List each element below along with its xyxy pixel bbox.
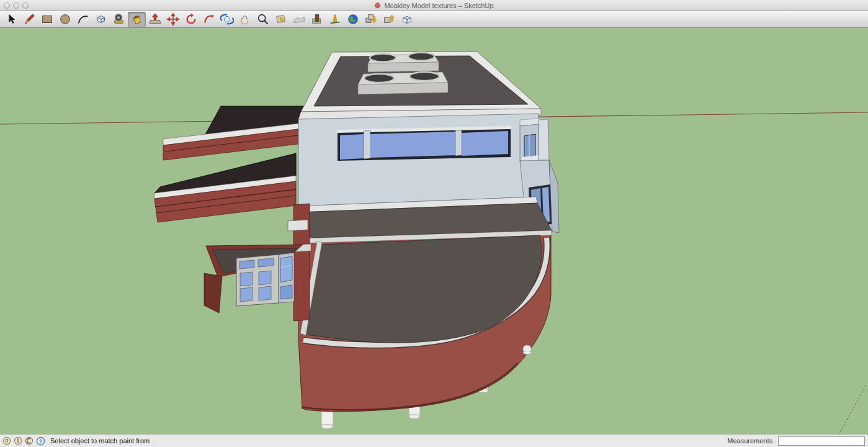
column-4 [523, 345, 531, 354]
offset-tool-button[interactable] [200, 12, 218, 27]
zoom-tool-button[interactable] [254, 12, 272, 27]
add-location-icon [274, 12, 288, 26]
pan-tool-button[interactable] [236, 12, 254, 27]
tape-measure-tool-button[interactable] [110, 12, 128, 27]
hvac-unit-rear [368, 53, 439, 73]
zoom-button[interactable] [22, 2, 29, 9]
rotate-icon [184, 12, 198, 26]
google-earth-tool-button[interactable] [344, 12, 362, 27]
green-axis-dashed-line [839, 384, 867, 434]
terrain-icon [292, 12, 306, 26]
window-title-wrap: Moakley Model textures – SketchUp [374, 2, 493, 9]
rectangle-tool-button[interactable] [38, 12, 56, 27]
share-component-icon [400, 12, 414, 26]
photo-textures-icon [310, 12, 324, 26]
measurements-label: Measurements [727, 437, 772, 445]
tape-measure-icon [112, 12, 126, 26]
google-earth-globe-icon [346, 12, 360, 26]
help-icon[interactable]: ? [36, 436, 45, 446]
share-model-tool-button[interactable] [380, 12, 398, 27]
rotate-tool-button[interactable] [182, 12, 200, 27]
status-message: Select object to match paint from [50, 437, 150, 445]
pan-hand-icon [238, 12, 252, 26]
measurements-input[interactable] [778, 436, 865, 446]
traffic-lights [4, 2, 29, 9]
move-icon [166, 12, 180, 26]
hvac-unit-front [358, 72, 448, 94]
offset-icon [202, 12, 216, 26]
title-bar: Moakley Model textures – SketchUp [0, 0, 868, 11]
arc-tool-button[interactable] [74, 12, 92, 27]
paint-bucket-icon [130, 12, 144, 26]
add-location-tool-button[interactable] [272, 12, 290, 27]
model-rear-brick-wing [154, 106, 303, 222]
make-component-tool-button[interactable] [92, 12, 110, 27]
line-tool-button[interactable] [20, 12, 38, 27]
select-tool-button[interactable] [2, 12, 20, 27]
component-cube-icon [94, 12, 108, 26]
minimize-button[interactable] [13, 2, 19, 9]
magnifier-icon [256, 12, 270, 26]
rectangle-icon [40, 12, 54, 26]
window-band [337, 126, 511, 161]
sketchup-model-canvas[interactable] [0, 28, 868, 434]
vestibule-side-wall [204, 273, 222, 313]
share-model-icon [382, 12, 396, 26]
sketchup-document-icon [374, 2, 381, 9]
share-component-tool-button[interactable] [398, 12, 416, 27]
arc-icon [76, 12, 90, 26]
get-models-icon [364, 12, 378, 26]
position-camera-tool-button[interactable] [326, 12, 344, 27]
info-status-icon[interactable] [14, 436, 22, 445]
paint-bucket-tool-button[interactable] [128, 12, 146, 27]
model-entrance-vestibule [204, 204, 311, 321]
entry-glass-doors [236, 255, 279, 306]
orbit-tool-button[interactable] [218, 12, 236, 27]
push-pull-tool-button[interactable] [146, 12, 164, 27]
orbit-icon [220, 12, 234, 26]
circle-icon [58, 12, 72, 26]
model-top-roof [301, 52, 541, 112]
status-bar: ? Select object to match paint from Meas… [0, 434, 868, 447]
pencil-icon [22, 12, 36, 26]
circle-tool-button[interactable] [56, 12, 74, 27]
get-models-tool-button[interactable] [362, 12, 380, 27]
geo-status-icon[interactable] [2, 436, 11, 445]
select-arrow-icon [4, 12, 18, 26]
close-button[interactable] [4, 2, 10, 9]
photo-textures-tool-button[interactable] [308, 12, 326, 27]
svg-text:?: ? [39, 438, 42, 444]
right-notch [520, 118, 549, 163]
toggle-terrain-tool-button[interactable] [290, 12, 308, 27]
model-viewport[interactable] [0, 28, 868, 434]
move-tool-button[interactable] [164, 12, 182, 27]
window-title: Moakley Model textures – SketchUp [384, 2, 493, 9]
toolbar [0, 11, 868, 28]
position-camera-icon [328, 12, 342, 26]
entry-side-windows [279, 253, 294, 303]
push-pull-icon [148, 12, 162, 26]
credit-status-icon[interactable] [25, 436, 34, 445]
